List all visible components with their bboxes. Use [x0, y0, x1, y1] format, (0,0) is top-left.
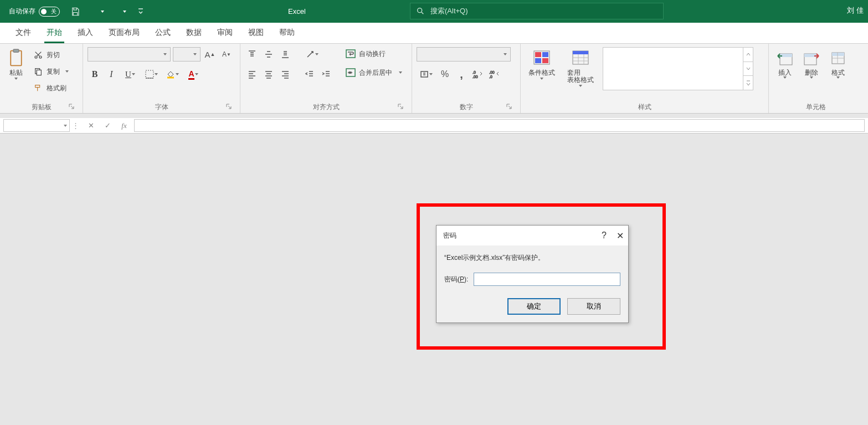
- password-dialog: 密码 ? ✕ “Excel示例文档.xlsx”有密码保护。 密码(P): 确定 …: [436, 225, 629, 323]
- undo-button[interactable]: [90, 7, 104, 17]
- align-left-button[interactable]: [245, 67, 259, 81]
- shrink-font-button[interactable]: A▼: [219, 47, 234, 62]
- increase-indent-button[interactable]: [319, 67, 333, 81]
- toggle-switch[interactable]: 关: [39, 7, 60, 17]
- enter-formula-button[interactable]: ✓: [102, 121, 113, 130]
- format-as-table-button[interactable]: 套用 表格格式: [563, 47, 598, 87]
- chevron-down-icon: [315, 53, 319, 55]
- toggle-knob: [41, 9, 47, 14]
- comma-button[interactable]: ,: [454, 67, 469, 81]
- dialog-launcher-icon[interactable]: [225, 103, 233, 111]
- increase-decimal-button[interactable]: .0.00: [471, 67, 485, 81]
- align-center-button[interactable]: [261, 67, 276, 81]
- redo-button[interactable]: [112, 7, 126, 17]
- tab-page-layout[interactable]: 页面布局: [101, 22, 147, 43]
- tab-help[interactable]: 帮助: [271, 22, 302, 43]
- align-middle-button[interactable]: [261, 47, 276, 62]
- bold-button[interactable]: B: [88, 67, 102, 81]
- font-name-combo[interactable]: [88, 47, 171, 62]
- align-top-button[interactable]: [245, 47, 259, 62]
- merge-icon: [346, 68, 356, 78]
- insert-cells-button[interactable]: 插入: [773, 47, 797, 79]
- chevron-down-icon: [540, 78, 543, 80]
- formula-input[interactable]: [134, 119, 865, 132]
- scissors-icon: [33, 50, 43, 60]
- quick-access-toolbar: [69, 5, 147, 18]
- format-painter-button[interactable]: 格式刷: [31, 81, 71, 95]
- help-icon[interactable]: ?: [602, 231, 607, 240]
- cell-styles-gallery[interactable]: [603, 47, 753, 90]
- chevron-down-icon: [65, 70, 69, 73]
- ok-button[interactable]: 确定: [507, 298, 561, 315]
- save-icon[interactable]: [69, 5, 82, 18]
- conditional-format-button[interactable]: 条件格式: [525, 47, 558, 80]
- accounting-format-button[interactable]: [417, 67, 435, 81]
- cond-format-icon: [533, 48, 551, 68]
- chevron-down-icon: [155, 73, 158, 75]
- search-placeholder: 搜索(Alt+Q): [430, 6, 468, 16]
- password-input[interactable]: [474, 273, 620, 286]
- align-bottom-button[interactable]: [278, 47, 292, 62]
- percent-button[interactable]: %: [438, 67, 452, 81]
- chevron-down-icon: [579, 85, 582, 87]
- grow-font-button[interactable]: A▲: [203, 47, 217, 62]
- decrease-indent-button[interactable]: [302, 67, 317, 81]
- tab-data[interactable]: 数据: [178, 22, 209, 43]
- chevron-down-icon: [132, 73, 135, 75]
- table-style-icon: [572, 48, 589, 68]
- cut-button[interactable]: 剪切: [31, 48, 71, 62]
- font-size-combo[interactable]: [173, 47, 201, 62]
- format-cells-button[interactable]: 格式: [826, 47, 850, 79]
- wrap-icon: [346, 49, 356, 59]
- dialog-launcher-icon[interactable]: [506, 103, 513, 111]
- dialog-launcher-icon[interactable]: [68, 103, 76, 111]
- decrease-decimal-button[interactable]: .00.0: [487, 67, 502, 81]
- formula-bar: ⋮ ✕ ✓ fx: [0, 118, 868, 134]
- fill-color-button[interactable]: [163, 67, 182, 81]
- chevron-down-icon: [195, 73, 198, 75]
- font-color-button[interactable]: A: [184, 67, 203, 81]
- wrap-text-button[interactable]: 自动换行: [343, 47, 404, 60]
- chevron-down-icon: [64, 125, 67, 127]
- gallery-down-icon[interactable]: [743, 62, 753, 76]
- cancel-formula-button[interactable]: ✕: [85, 121, 96, 130]
- svg-text:.00: .00: [472, 75, 478, 79]
- svg-rect-1: [11, 51, 21, 66]
- brush-icon: [33, 83, 43, 93]
- svg-rect-6: [37, 70, 41, 75]
- autosave-toggle[interactable]: 自动保存 关: [9, 7, 60, 17]
- qat-customize[interactable]: [134, 5, 147, 18]
- underline-button[interactable]: U: [121, 67, 140, 81]
- name-box[interactable]: [3, 119, 70, 132]
- tab-home[interactable]: 开始: [39, 22, 70, 43]
- close-icon[interactable]: ✕: [617, 231, 624, 241]
- search-box[interactable]: 搜索(Alt+Q): [410, 3, 664, 19]
- border-button[interactable]: [142, 67, 161, 81]
- user-name[interactable]: 刘 佳: [847, 6, 864, 16]
- delete-cells-button[interactable]: 删除: [800, 47, 823, 79]
- dialog-launcher-icon[interactable]: [397, 103, 405, 111]
- italic-button[interactable]: I: [104, 67, 119, 81]
- number-format-combo[interactable]: [417, 47, 511, 62]
- cancel-button[interactable]: 取消: [567, 298, 620, 315]
- tab-view[interactable]: 视图: [240, 22, 271, 43]
- paste-button[interactable]: 粘贴: [4, 47, 28, 80]
- gallery-more-icon[interactable]: [743, 76, 753, 90]
- group-alignment: 自动换行 合并后居中 对齐方式: [240, 44, 412, 113]
- copy-button[interactable]: 复制: [31, 65, 71, 78]
- merge-center-button[interactable]: 合并后居中: [343, 66, 404, 79]
- tab-insert[interactable]: 插入: [70, 22, 101, 43]
- align-right-button[interactable]: [278, 67, 292, 81]
- dialog-titlebar: 密码 ? ✕: [436, 226, 628, 245]
- tab-file[interactable]: 文件: [8, 22, 39, 43]
- group-label-cells: 单元格: [806, 103, 826, 112]
- group-font: A▲ A▼ B I U A 字体: [83, 44, 240, 113]
- gallery-up-icon[interactable]: [743, 48, 753, 62]
- chevron-down-icon: [504, 53, 507, 55]
- group-number: % , .0.00 .00.0 数字: [412, 44, 521, 113]
- orientation-button[interactable]: [302, 47, 321, 62]
- group-label-number: 数字: [460, 103, 473, 112]
- tab-review[interactable]: 审阅: [209, 22, 240, 43]
- tab-formulas[interactable]: 公式: [147, 22, 178, 43]
- fx-button[interactable]: fx: [119, 121, 130, 130]
